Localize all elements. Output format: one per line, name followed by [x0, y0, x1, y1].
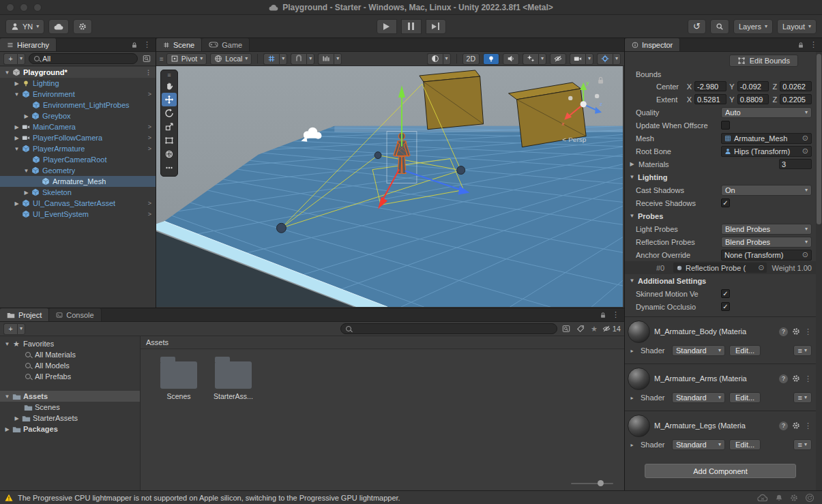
tab-console[interactable]: Console	[49, 308, 101, 321]
search-by-type-button[interactable]	[561, 325, 572, 333]
hierarchy-item[interactable]: ▶ PlayerFollowCamera >	[0, 132, 156, 143]
undo-history-button[interactable]: ↺	[688, 19, 706, 34]
view-tool-button[interactable]	[162, 79, 177, 93]
hidden-objects-toggle[interactable]	[550, 53, 566, 65]
favorites-folder[interactable]: ▼ ★ Favorites	[0, 338, 140, 349]
hierarchy-item-selected[interactable]: Armature_Mesh	[0, 176, 156, 187]
close-window-button[interactable]	[6, 3, 14, 12]
foldout-icon[interactable]: ▶	[12, 415, 21, 421]
play-button[interactable]	[377, 19, 397, 34]
anchor-override-field[interactable]: None (Transform) ⊙	[721, 250, 812, 261]
foldout-icon[interactable]: ▶	[22, 113, 31, 119]
tab-project[interactable]: Project	[0, 308, 49, 321]
foldout-icon[interactable]: ▼	[22, 168, 31, 174]
extent-y-field[interactable]: 0.8809	[737, 94, 769, 104]
mesh-object-field[interactable]: Armature_Mesh ⊙	[721, 133, 812, 144]
tree-item-assets[interactable]: ▼ Assets	[0, 391, 140, 402]
2d-toggle[interactable]: 2D	[463, 53, 480, 65]
additional-settings-foldout[interactable]: ▼ Additional Settings	[625, 274, 816, 287]
settings-button[interactable]	[73, 19, 92, 34]
foldout-icon[interactable]: ▼	[12, 146, 21, 152]
kebab-menu-icon[interactable]: ⋮	[804, 374, 812, 383]
tab-game[interactable]: Game	[202, 38, 250, 51]
foldout-icon[interactable]: ▼	[3, 341, 12, 347]
shader-dropdown[interactable]: Standard▾	[672, 392, 725, 403]
kebab-menu-icon[interactable]: ⋮	[612, 310, 619, 319]
help-icon[interactable]: ?	[779, 327, 788, 336]
search-by-label-button[interactable]	[575, 325, 586, 333]
lighting-foldout[interactable]: ▼ Lighting	[625, 171, 816, 183]
gizmos-toggle[interactable]	[597, 53, 613, 65]
global-search-button[interactable]	[710, 19, 729, 34]
scene-camera-settings[interactable]	[570, 53, 585, 65]
cloud-offline-icon[interactable]	[757, 494, 768, 502]
object-picker-icon[interactable]: ⊙	[802, 134, 808, 143]
tab-hierarchy[interactable]: Hierarchy	[0, 38, 57, 51]
pivot-mode-dropdown[interactable]: Pivot ▾	[166, 53, 207, 65]
prefab-open-arrow[interactable]: >	[146, 134, 153, 141]
settings-gear-icon[interactable]	[790, 494, 798, 502]
icon-size-slider[interactable]	[571, 483, 613, 484]
hierarchy-item[interactable]: ▶ Lighting	[0, 78, 156, 89]
rect-tool-button[interactable]	[162, 134, 177, 147]
presets-icon[interactable]	[792, 327, 800, 336]
tree-item-scenes[interactable]: Scenes	[0, 402, 140, 413]
hierarchy-item[interactable]: UI_EventSystem >	[0, 209, 156, 220]
foldout-icon[interactable]: ▶	[12, 135, 21, 141]
hierarchy-item[interactable]: ▼ Environment >	[0, 89, 156, 100]
quality-dropdown[interactable]: Auto▾	[721, 107, 812, 118]
prefab-open-arrow[interactable]: >	[146, 211, 153, 218]
pause-button[interactable]	[401, 19, 422, 34]
presets-icon[interactable]	[792, 421, 800, 430]
foldout-icon[interactable]: ▸	[628, 395, 636, 401]
persp-label[interactable]: Persp	[568, 136, 586, 143]
receive-shadows-checkbox[interactable]: ✓	[721, 198, 730, 207]
account-dropdown[interactable]: YN ▾	[5, 19, 44, 34]
help-icon[interactable]: ?	[779, 421, 788, 430]
probes-foldout[interactable]: ▼ Probes	[625, 209, 816, 222]
hierarchy-search-input[interactable]	[42, 55, 132, 63]
create-object-button[interactable]: +	[3, 53, 17, 65]
foldout-icon[interactable]: ▶	[3, 426, 12, 432]
lock-icon[interactable]	[131, 42, 138, 48]
edit-bounds-button[interactable]: Edit Bounds	[729, 55, 798, 67]
slider-knob[interactable]	[598, 480, 604, 486]
step-button[interactable]	[426, 19, 446, 34]
favorite-item[interactable]: All Materials	[0, 349, 140, 360]
save-search-button[interactable]: ★	[589, 325, 599, 333]
custom-tools-button[interactable]	[162, 161, 177, 175]
hierarchy-item[interactable]: ▶ Greybox	[0, 110, 156, 121]
prefab-open-arrow[interactable]: >	[146, 123, 153, 130]
tab-inspector[interactable]: Inspector	[625, 38, 680, 51]
create-object-caret[interactable]: ▾	[17, 53, 25, 65]
extent-z-field[interactable]: 0.2205	[780, 94, 812, 104]
tree-item-packages[interactable]: ▶ Packages	[0, 424, 140, 434]
material-menu-button[interactable]: ≡▾	[793, 345, 812, 356]
notifications-bell-icon[interactable]	[775, 494, 783, 502]
cloud-services-button[interactable]	[48, 19, 69, 34]
draw-mode-dropdown[interactable]	[427, 53, 443, 65]
tree-item-starterassets[interactable]: ▶ StarterAssets	[0, 413, 140, 424]
add-component-button[interactable]: Add Component	[645, 464, 796, 478]
search-filter-button[interactable]	[141, 55, 152, 63]
cast-shadows-dropdown[interactable]: On▾	[721, 185, 812, 196]
move-tool-button[interactable]	[162, 93, 177, 106]
overlay-handle-icon[interactable]: ≡	[167, 71, 171, 79]
material-preview-thumbnail[interactable]	[628, 368, 650, 390]
shader-dropdown[interactable]: Standard▾	[672, 345, 725, 356]
hidden-packages-count[interactable]: 14	[602, 325, 621, 333]
effects-toggle[interactable]	[523, 53, 538, 65]
extent-x-field[interactable]: 0.5281	[694, 94, 726, 104]
status-message[interactable]: The Progressive CPU lightmapper is not s…	[18, 494, 752, 502]
scene-audio-toggle[interactable]	[503, 53, 519, 65]
prefab-open-arrow[interactable]: >	[146, 145, 153, 152]
object-picker-icon[interactable]: ⊙	[802, 250, 808, 259]
hierarchy-item[interactable]: PlayerCameraRoot	[0, 154, 156, 165]
kebab-menu-icon[interactable]: ⋮	[143, 40, 151, 49]
foldout-icon[interactable]: ▸	[628, 348, 636, 354]
edit-shader-button[interactable]: Edit...	[729, 392, 761, 403]
measure-tool-button[interactable]	[318, 53, 334, 65]
presets-icon[interactable]	[792, 374, 800, 383]
kebab-menu-icon[interactable]: ⋮	[804, 421, 812, 430]
tab-scene[interactable]: Scene	[156, 38, 202, 51]
